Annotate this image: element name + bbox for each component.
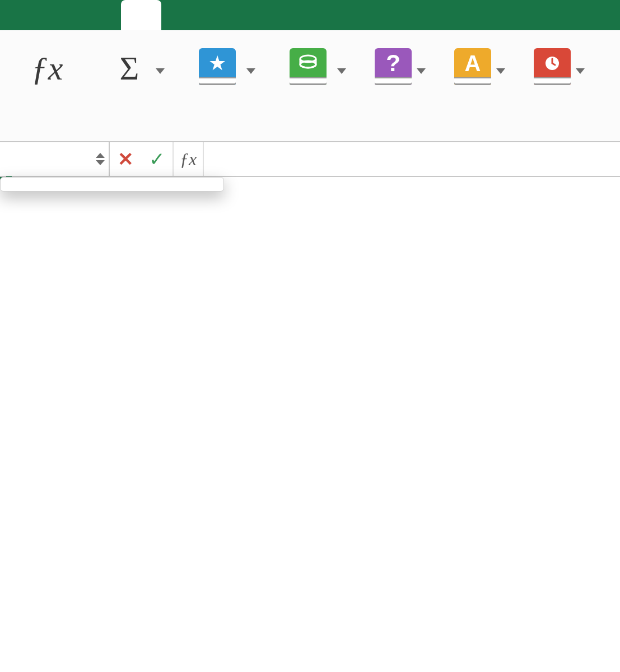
question-book-icon: ? [375, 48, 412, 85]
tab-home[interactable] [0, 0, 40, 30]
formula-input[interactable] [204, 142, 620, 176]
cancel-button[interactable]: ✕ [110, 142, 141, 176]
ribbon-tabs [0, 0, 620, 30]
chevron-down-icon[interactable] [576, 68, 585, 74]
text-book-icon: A [454, 48, 491, 85]
recently-used-button[interactable]: ★ [178, 40, 257, 133]
tab-formulas[interactable] [121, 0, 161, 30]
fx-icon: ƒx [31, 52, 63, 85]
text-button[interactable]: A [439, 40, 506, 133]
formulas-toolbar: ƒx Σ ★ ? [0, 30, 620, 142]
date-time-button[interactable] [519, 40, 586, 133]
insert-function-button[interactable]: ƒx [13, 40, 81, 133]
function-autocomplete-popup [0, 177, 224, 192]
formula-bar: ✕ ✓ ƒx [0, 142, 620, 177]
name-box-stepper[interactable] [94, 153, 106, 165]
accept-button[interactable]: ✓ [141, 142, 173, 176]
money-book-icon [290, 48, 327, 85]
tab-page-layout[interactable] [81, 0, 121, 30]
logical-button[interactable]: ? [360, 40, 427, 133]
chevron-down-icon[interactable] [337, 68, 346, 74]
star-book-icon: ★ [199, 48, 236, 85]
clock-book-icon [534, 48, 571, 85]
tab-data[interactable] [161, 0, 202, 30]
financial-button[interactable] [269, 40, 347, 133]
sigma-icon: Σ [120, 52, 139, 85]
name-box[interactable] [0, 142, 110, 176]
fx-icon[interactable]: ƒx [173, 142, 204, 176]
chevron-down-icon[interactable] [156, 68, 165, 74]
chevron-down-icon[interactable] [417, 68, 426, 74]
chevron-down-icon[interactable] [496, 68, 505, 74]
tab-insert[interactable] [40, 0, 81, 30]
autosum-button[interactable]: Σ [93, 40, 166, 133]
chevron-down-icon[interactable] [246, 68, 255, 74]
